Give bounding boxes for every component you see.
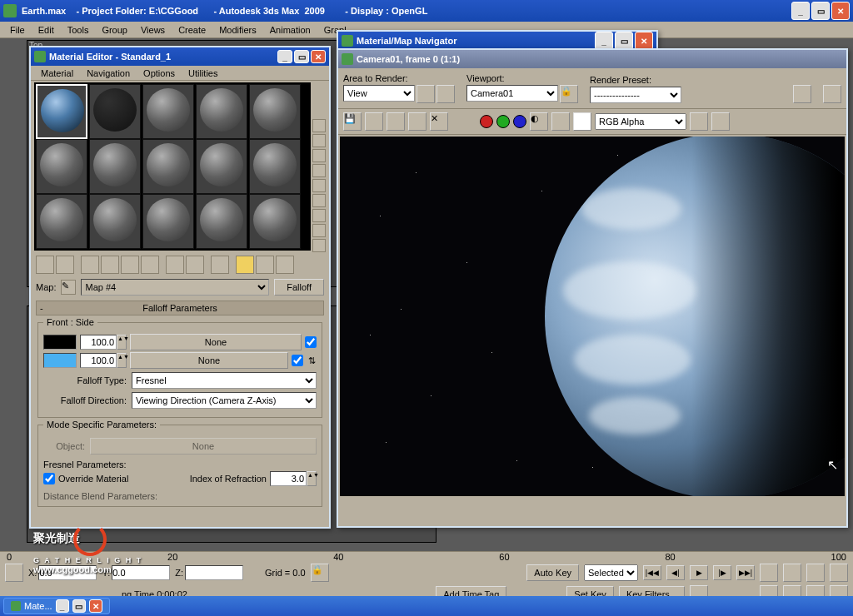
nav-orbit-icon[interactable] xyxy=(806,564,825,582)
front-enable-check[interactable] xyxy=(305,336,317,348)
mat-menu-navigation[interactable]: Navigation xyxy=(80,67,137,80)
environment-icon[interactable] xyxy=(823,85,841,103)
map-name-select[interactable]: Map #4 xyxy=(81,279,269,296)
front-value-input[interactable] xyxy=(80,335,117,350)
toggle-ui-icon[interactable] xyxy=(711,112,730,131)
menu-group[interactable]: Group xyxy=(95,23,134,37)
material-slot-6[interactable] xyxy=(36,139,87,194)
menu-animation[interactable]: Animation xyxy=(263,23,317,37)
taskbar-item-mate[interactable]: Mate... _ ▭ ✕ xyxy=(3,598,110,614)
maximize-button[interactable]: ▭ xyxy=(811,2,830,20)
put-to-library-icon[interactable] xyxy=(166,256,184,274)
render-canvas[interactable]: ↖ xyxy=(340,137,845,496)
show-end-result-icon[interactable] xyxy=(236,256,254,274)
matnav-maximize-button[interactable]: ▭ xyxy=(615,32,633,50)
material-slot-12[interactable] xyxy=(89,194,141,249)
material-slot-9[interactable] xyxy=(196,139,247,194)
collapse-icon[interactable]: - xyxy=(40,303,43,313)
mat-menu-utilities[interactable]: Utilities xyxy=(182,67,224,80)
key-mode-select[interactable]: Selected xyxy=(584,564,638,581)
play-icon[interactable]: ▶ xyxy=(690,565,708,580)
falloff-params-header[interactable]: - Falloff Parameters xyxy=(36,301,324,315)
prev-frame-icon[interactable]: ◀| xyxy=(666,565,685,580)
material-slot-2[interactable] xyxy=(89,84,141,139)
render-setup-icon[interactable] xyxy=(793,85,811,103)
print-icon[interactable] xyxy=(408,112,426,131)
next-frame-icon[interactable]: |▶ xyxy=(713,565,731,580)
select-by-material-icon[interactable] xyxy=(312,224,326,237)
minimize-button[interactable]: _ xyxy=(791,2,810,20)
lock-viewport-icon[interactable]: 🔒 xyxy=(560,85,578,103)
mat-menu-material[interactable]: Material xyxy=(34,67,80,80)
front-map-button[interactable]: None xyxy=(130,334,302,350)
alpha-channel-icon[interactable]: ◐ xyxy=(530,112,548,131)
material-slot-8[interactable] xyxy=(142,139,194,194)
taskbar-min-icon[interactable]: _ xyxy=(56,599,69,613)
get-material-icon[interactable] xyxy=(36,256,54,274)
ior-input[interactable] xyxy=(270,471,307,486)
falloff-type-select[interactable]: Fresnel xyxy=(132,372,317,389)
material-editor-titlebar[interactable]: Material Editor - Standard_1 _ ▭ ✕ xyxy=(31,47,329,66)
material-slot-10[interactable] xyxy=(249,139,301,194)
pick-map-icon[interactable]: ✎ xyxy=(61,280,76,295)
make-preview-icon[interactable] xyxy=(312,194,326,207)
save-image-icon[interactable]: 💾 xyxy=(343,112,362,131)
material-slot-7[interactable] xyxy=(89,139,141,194)
sample-uv-icon[interactable] xyxy=(312,164,326,177)
clear-icon[interactable]: ✕ xyxy=(430,112,448,131)
spinner-arrows-icon[interactable]: ▲▼ xyxy=(117,353,127,368)
nav-zoom-icon[interactable] xyxy=(760,564,778,582)
red-channel-icon[interactable] xyxy=(480,115,493,128)
auto-key-button[interactable]: Auto Key xyxy=(526,564,579,581)
make-copy-icon[interactable] xyxy=(121,256,139,274)
falloff-type-button[interactable]: Falloff xyxy=(274,279,324,296)
mat-close-button[interactable]: ✕ xyxy=(311,50,326,63)
front-color-swatch[interactable] xyxy=(43,335,77,350)
menu-edit[interactable]: Edit xyxy=(32,23,61,37)
nav-maxview-icon[interactable] xyxy=(830,564,848,582)
monochrome-icon[interactable] xyxy=(551,112,570,131)
mat-maximize-button[interactable]: ▭ xyxy=(294,50,309,63)
lock-selection-icon[interactable]: 🔒 xyxy=(311,564,329,582)
area-to-render-select[interactable]: View xyxy=(343,85,415,102)
mat-menu-options[interactable]: Options xyxy=(137,67,182,80)
material-slot-1[interactable] xyxy=(36,84,87,139)
backlight-icon[interactable] xyxy=(312,134,326,147)
swap-icon[interactable]: ⇅ xyxy=(307,355,317,366)
taskbar-close-icon[interactable]: ✕ xyxy=(89,599,102,613)
close-button[interactable]: ✕ xyxy=(831,2,850,20)
blue-channel-icon[interactable] xyxy=(513,115,526,128)
side-enable-check[interactable] xyxy=(292,355,303,366)
put-to-scene-icon[interactable] xyxy=(56,256,74,274)
material-slot-3[interactable] xyxy=(142,84,194,139)
auto-region-icon[interactable] xyxy=(436,85,455,103)
nav-pan-icon[interactable] xyxy=(783,564,801,582)
material-slot-4[interactable] xyxy=(196,84,247,139)
sample-type-icon[interactable] xyxy=(312,119,326,132)
material-nav-titlebar[interactable]: Material/Map Navigator _ ▭ ✕ xyxy=(338,32,656,50)
menu-create[interactable]: Create xyxy=(172,23,212,37)
edit-region-icon[interactable] xyxy=(417,85,435,103)
make-unique-icon[interactable] xyxy=(141,256,159,274)
toggle-overlay-icon[interactable] xyxy=(690,112,708,131)
taskbar-max-icon[interactable]: ▭ xyxy=(72,599,86,613)
material-slot-15[interactable] xyxy=(249,194,301,249)
z-coord-input[interactable] xyxy=(185,565,243,580)
mat-minimize-button[interactable]: _ xyxy=(277,50,292,63)
render-preset-select[interactable]: --------------- xyxy=(590,87,681,103)
render-titlebar[interactable]: Camera01, frame 0 (1:1) xyxy=(338,50,846,68)
channel-select[interactable]: RGB Alpha xyxy=(595,113,686,130)
menu-modifiers[interactable]: Modifiers xyxy=(212,23,263,37)
video-check-icon[interactable] xyxy=(312,179,326,192)
material-slot-5[interactable] xyxy=(249,84,301,139)
override-material-check[interactable] xyxy=(43,473,55,484)
background-icon[interactable] xyxy=(312,149,326,162)
material-slot-11[interactable] xyxy=(36,194,87,249)
green-channel-icon[interactable] xyxy=(496,115,510,128)
clone-window-icon[interactable] xyxy=(387,112,405,131)
assign-to-selection-icon[interactable] xyxy=(81,256,99,274)
spinner-arrows-icon[interactable]: ▲▼ xyxy=(117,335,127,350)
matnav-close-button[interactable]: ✕ xyxy=(635,32,653,50)
viewport-select[interactable]: Camera01 xyxy=(466,85,558,102)
menu-views[interactable]: Views xyxy=(134,23,172,37)
